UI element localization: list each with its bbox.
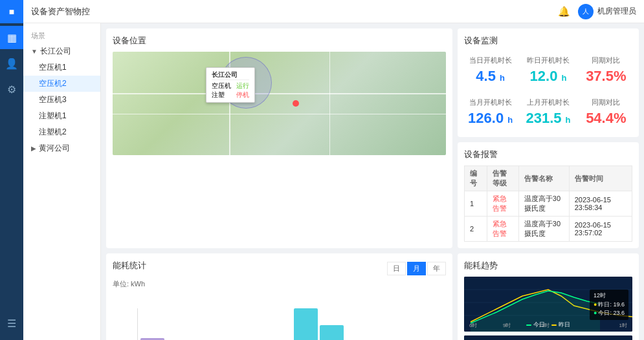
- sidebar-logo: ■: [0, 0, 23, 23]
- map-marker: [293, 100, 299, 107]
- location-title: 设备位置: [113, 35, 446, 47]
- tab-year[interactable]: 年: [427, 262, 446, 275]
- row-time: 2023-06-15 23:57:02: [569, 217, 632, 242]
- monitor-grid: 当日开机时长 4.5 h 昨日开机时长 12.0 h 同期对比 37.5%: [464, 52, 632, 131]
- tree-item-changjiang[interactable]: ▼ 长江公司: [23, 43, 100, 59]
- map-background: 长江公司 空压机 运行 注塑 停机: [113, 52, 446, 155]
- main-container: 设备资产智物控 🔔 人 机房管理员 场景 ▼ 长江公司 空压机1 空压机2: [23, 0, 644, 340]
- bar-chart: 10,000 8,000 6,000 4,000 2,000 0 1月2月3月4…: [113, 292, 446, 340]
- svg-rect-5: [464, 335, 632, 340]
- popup-value: 停机: [236, 90, 249, 100]
- monitor-label: 同期对比: [584, 98, 628, 107]
- tree-item-label: 空压机3: [39, 94, 67, 105]
- tree-item-injection1[interactable]: 注塑机1: [23, 108, 100, 124]
- alert-title: 设备报警: [464, 149, 632, 160]
- trend-svg-monthly: [464, 335, 632, 340]
- left-panel: 场景 ▼ 长江公司 空压机1 空压机2 空压机3 注塑机1 注塑机2 ▶: [23, 23, 101, 340]
- trend-tooltip-1: 12时 昨日: 19.6 今日: 23.6: [590, 290, 628, 320]
- monitor-value: 37.5%: [584, 68, 628, 85]
- tree-item-compressor3[interactable]: 空压机3: [23, 92, 100, 108]
- tab-day[interactable]: 日: [387, 262, 406, 275]
- popup-title: 长江公司: [212, 70, 249, 80]
- bar-group: 8月: [320, 325, 344, 340]
- table-row: 2 紧急告警 温度高于30摄氏度 2023-06-15 23:57:02: [465, 217, 632, 242]
- monitor-value: 4.5 h: [468, 68, 513, 85]
- chart-unit: 单位: kWh: [113, 279, 446, 289]
- bar-teal: [294, 308, 318, 340]
- alert-card: 设备报警 编号 告警等级 告警名称 告警时间 1: [458, 142, 639, 248]
- bell-icon[interactable]: 🔔: [558, 6, 570, 17]
- row-time: 2023-06-15 23:58:34: [569, 191, 632, 217]
- monitor-value: 12.0 h: [526, 68, 570, 85]
- sidebar-item-menu[interactable]: ☰: [0, 312, 23, 335]
- monitor-title: 设备监测: [464, 35, 632, 47]
- popup-label: 空压机: [212, 81, 231, 90]
- row-id: 1: [465, 191, 487, 217]
- road-h1: [113, 93, 446, 94]
- monitor-today-hours: 当日开机时长 4.5 h: [464, 52, 516, 89]
- tree-item-label: 空压机1: [39, 62, 67, 73]
- expand-arrow: ▼: [31, 48, 38, 55]
- table-row: 1 紧急告警 温度高于30摄氏度 2023-06-15 23:58:34: [465, 191, 632, 217]
- popup-value: 运行: [236, 81, 249, 90]
- bar-teal: [320, 325, 344, 340]
- monitor-label: 上月开机时长: [526, 98, 570, 107]
- row-name: 温度高于30摄氏度: [518, 217, 569, 242]
- xlabel-12: 12时: [539, 322, 550, 329]
- avatar: 人: [578, 4, 594, 19]
- energy-tabs: 日 月 年: [387, 262, 446, 275]
- popup-label: 注塑: [212, 90, 225, 100]
- legend-dot-today: [526, 324, 531, 326]
- dashboard: 设备监测 当日开机时长 4.5 h 昨日开机时长 12.0 h 同期对比: [101, 23, 644, 340]
- row-name: 温度高于30摄氏度: [518, 191, 569, 217]
- road-h2: [113, 114, 446, 114]
- unit: h: [500, 73, 505, 83]
- col-time: 告警时间: [569, 166, 632, 191]
- sidebar-item-dashboard[interactable]: ▦: [0, 26, 23, 49]
- row-level: 紧急告警: [487, 191, 518, 217]
- trend-chart-hourly: 12时 昨日: 19.6 今日: 23.6 今日 昨日: [464, 277, 632, 332]
- user-label: 机房管理员: [597, 6, 636, 17]
- monitor-month-hours: 当月开机时长 126.0 h: [464, 94, 516, 131]
- sidebar: ■ ▦ 👤 ⚙ ☰: [0, 0, 23, 340]
- tree-item-label: 注塑机2: [39, 127, 67, 138]
- alert-table: 编号 告警等级 告警名称 告警时间 1 紧急告警 温度高于30摄氏度: [464, 165, 632, 242]
- tree-section-label: 场景: [23, 28, 100, 43]
- tree-item-huanghe[interactable]: ▶ 黄河公司: [23, 140, 100, 156]
- col-id: 编号: [465, 166, 487, 191]
- trend-title: 能耗趋势: [464, 260, 632, 271]
- xlabel-9: 9时: [503, 322, 511, 329]
- monitor-daily-compare: 同期对比 37.5%: [580, 52, 632, 89]
- device-monitor-card: 设备监测 当日开机时长 4.5 h 昨日开机时长 12.0 h 同期对比: [458, 28, 639, 137]
- topbar: 设备资产智物控 🔔 人 机房管理员: [23, 0, 644, 23]
- topbar-icons: 🔔 人 机房管理员: [558, 4, 636, 19]
- monitor-yesterday-hours: 昨日开机时长 12.0 h: [522, 52, 574, 89]
- tree-item-label: 空压机2: [39, 78, 67, 89]
- monitor-label: 昨日开机时长: [526, 56, 570, 65]
- energy-stats-card: 能耗统计 日 月 年 单位: kWh 10,000 8,000 6,000: [106, 253, 452, 340]
- sidebar-item-user[interactable]: 👤: [0, 52, 23, 75]
- map-popup: 长江公司 空压机 运行 注塑 停机: [206, 67, 255, 103]
- monitor-label: 同期对比: [584, 56, 628, 65]
- monitor-value: 54.4%: [584, 110, 628, 127]
- legend-label: 昨日: [559, 321, 570, 329]
- xlabel-1: 1时: [619, 322, 627, 329]
- monitor-label: 当日开机时长: [468, 56, 513, 65]
- map-area: 长江公司 空压机 运行 注塑 停机: [113, 52, 446, 155]
- col-name: 告警名称: [518, 166, 569, 191]
- sidebar-item-settings[interactable]: ⚙: [0, 78, 23, 101]
- expand-arrow: ▶: [31, 145, 36, 152]
- bar-chart-bars: 1月2月3月4月5月6月7月8月9月10月11月12月: [137, 308, 446, 340]
- tree-item-compressor2[interactable]: 空压机2: [23, 76, 100, 92]
- tree-item-injection2[interactable]: 注塑机2: [23, 124, 100, 140]
- tree-item-compressor1[interactable]: 空压机1: [23, 59, 100, 76]
- bar-purple: [140, 338, 164, 341]
- unit: h: [507, 115, 513, 125]
- bar-group: 1月: [140, 338, 164, 341]
- bar-group: 7月: [294, 308, 318, 340]
- tab-month[interactable]: 月: [407, 262, 426, 275]
- row-level: 紧急告警: [487, 217, 518, 242]
- user-area: 人 机房管理员: [578, 4, 636, 19]
- popup-row: 空压机 运行: [212, 81, 249, 90]
- tooltip-time: 12时: [594, 292, 625, 301]
